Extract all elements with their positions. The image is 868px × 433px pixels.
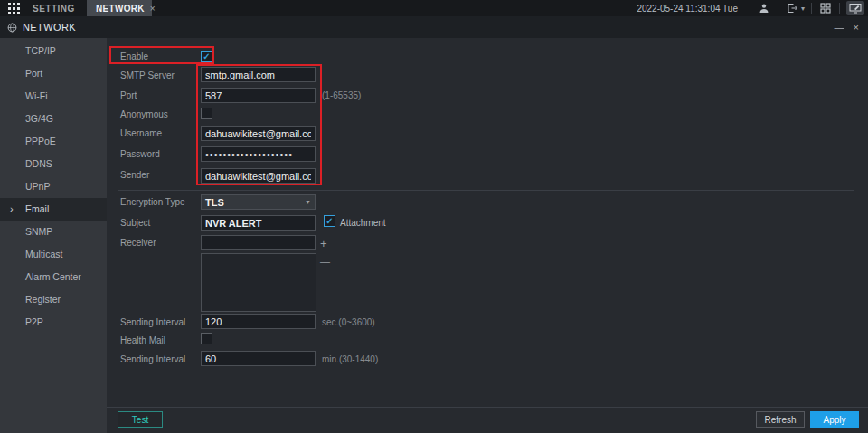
page-title: NETWORK: [23, 22, 76, 33]
divider: [750, 3, 750, 14]
selected-arrow-icon: ›: [10, 198, 14, 221]
globe-icon: [7, 23, 17, 33]
sidebar: TCP/IP Port Wi-Fi 3G/4G PPPoE DDNS UPnP …: [0, 38, 107, 433]
sending-interval-sec-hint: sec.(0~3600): [322, 317, 375, 328]
sending-interval-sec-label: Sending Interval: [120, 317, 185, 328]
enable-label: Enable: [120, 52, 148, 62]
chevron-down-icon[interactable]: ▾: [801, 5, 805, 13]
health-mail-checkbox[interactable]: [201, 333, 212, 344]
receiver-list[interactable]: [201, 253, 316, 312]
sidebar-item-register[interactable]: Register: [0, 288, 107, 311]
grid-icon[interactable]: [818, 1, 833, 15]
tab-network-label: NETWORK: [96, 4, 145, 14]
enable-checkbox[interactable]: ✓: [201, 51, 212, 62]
add-receiver-button[interactable]: +: [320, 238, 327, 249]
sidebar-item-pppoe[interactable]: PPPoE: [0, 130, 107, 153]
remove-receiver-button[interactable]: —: [320, 257, 330, 267]
smtp-server-input[interactable]: [201, 67, 316, 82]
divider: [839, 3, 840, 14]
subject-input[interactable]: [201, 215, 316, 231]
topbar-right: 2022-05-24 11:31:04 Tue ▾: [637, 0, 864, 16]
subject-label: Subject: [120, 218, 150, 229]
check-icon: ✓: [326, 217, 333, 226]
encryption-type-label: Encryption Type: [120, 197, 185, 208]
section-divider: [118, 190, 854, 191]
sidebar-item-wifi[interactable]: Wi-Fi: [0, 85, 107, 108]
password-label: Password: [120, 149, 160, 160]
screen-draw-icon[interactable]: [846, 1, 864, 15]
sidebar-item-port[interactable]: Port: [0, 62, 107, 85]
port-label: Port: [120, 90, 137, 101]
sidebar-item-ddns[interactable]: DDNS: [0, 153, 107, 175]
anonymous-checkbox[interactable]: [201, 108, 212, 119]
check-icon: ✓: [203, 52, 210, 61]
attachment-checkbox[interactable]: ✓: [324, 215, 335, 227]
sidebar-item-multicast[interactable]: Multicast: [0, 243, 107, 266]
apply-button[interactable]: Apply: [810, 411, 859, 428]
tab-close-icon[interactable]: ×: [150, 4, 156, 14]
sidebar-item-alarm-center[interactable]: Alarm Center: [0, 266, 107, 288]
tab-network[interactable]: NETWORK ×: [87, 0, 152, 16]
datetime: 2022-05-24 11:31:04 Tue: [637, 4, 738, 14]
sending-interval-sec-input[interactable]: [201, 314, 316, 329]
health-mail-label: Health Mail: [120, 335, 165, 346]
refresh-button[interactable]: Refresh: [756, 411, 805, 428]
close-icon[interactable]: ×: [854, 22, 859, 33]
sidebar-item-p2p[interactable]: P2P: [0, 311, 107, 334]
sidebar-item-label: Email: [25, 203, 49, 214]
username-input[interactable]: [201, 126, 316, 141]
anonymous-label: Anonymous: [120, 109, 168, 120]
panel-controls: — ×: [835, 16, 859, 38]
apps-grid-icon[interactable]: [0, 0, 27, 16]
test-button[interactable]: Test: [118, 411, 163, 428]
receiver-input[interactable]: [201, 235, 316, 250]
sender-label: Sender: [120, 170, 149, 181]
smtp-server-label: SMTP Server: [120, 71, 175, 81]
sidebar-item-snmp[interactable]: SNMP: [0, 221, 107, 243]
username-label: Username: [120, 128, 162, 139]
receiver-label: Receiver: [120, 238, 156, 249]
top-bar: SETTING NETWORK × 2022-05-24 11:31:04 Tu…: [0, 0, 868, 16]
sender-input[interactable]: [201, 168, 316, 184]
annotation-box-server-settings: [196, 64, 322, 185]
sidebar-item-3g4g[interactable]: 3G/4G: [0, 108, 107, 130]
attachment-label: Attachment: [340, 218, 386, 229]
port-hint: (1-65535): [322, 90, 361, 101]
password-input[interactable]: [201, 146, 316, 162]
sidebar-item-email[interactable]: › Email: [0, 198, 107, 221]
sending-interval-min-hint: min.(30-1440): [322, 354, 378, 365]
sending-interval-min-input[interactable]: [201, 351, 316, 366]
logout-icon[interactable]: [785, 1, 799, 15]
setting-tab[interactable]: SETTING: [33, 4, 75, 14]
sidebar-item-upnp[interactable]: UPnP: [0, 175, 107, 198]
sending-interval-min-label: Sending Interval: [120, 354, 185, 365]
chevron-down-icon: ▼: [305, 199, 311, 205]
footer-divider: [107, 407, 868, 408]
user-icon[interactable]: [757, 1, 771, 15]
encryption-type-value: TLS: [205, 197, 224, 208]
minimize-icon[interactable]: —: [835, 22, 844, 33]
sidebar-item-tcpip[interactable]: TCP/IP: [0, 40, 107, 62]
panel-header: NETWORK — ×: [0, 16, 868, 38]
divider: [811, 3, 812, 14]
encryption-type-select[interactable]: TLS ▼: [201, 194, 316, 210]
divider: [778, 3, 778, 14]
port-input[interactable]: [201, 88, 316, 103]
